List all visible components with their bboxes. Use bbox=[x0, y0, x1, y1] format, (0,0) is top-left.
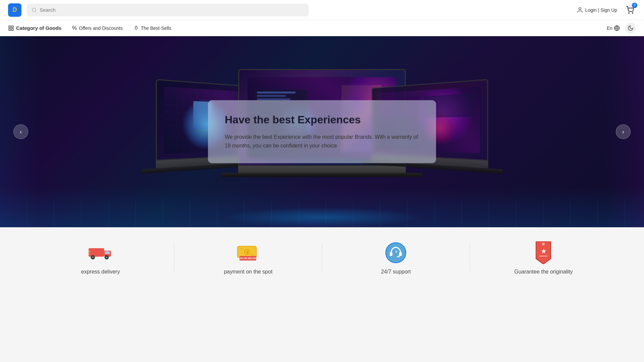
tag-icon: ★ bbox=[535, 241, 552, 264]
floor-lines bbox=[0, 200, 644, 227]
search-input[interactable] bbox=[40, 7, 304, 13]
chevron-left-icon: ‹ bbox=[20, 128, 22, 135]
cart-button[interactable]: 0 bbox=[624, 4, 636, 16]
globe-icon bbox=[614, 25, 620, 31]
svg-rect-32 bbox=[390, 252, 392, 256]
header: D Login | Sign Up 0 bbox=[0, 0, 644, 20]
feature-guarantee: ★ Guarantee the originality bbox=[470, 241, 617, 275]
feature-payment: $ CASH ON DELIVERY payment on the spot bbox=[174, 241, 322, 275]
fire-icon bbox=[133, 25, 139, 31]
user-icon bbox=[577, 7, 583, 13]
svg-point-2 bbox=[579, 7, 581, 10]
features-section: express delivery $ CASH ON DELIVERY paym… bbox=[0, 227, 644, 288]
grid-icon bbox=[8, 25, 14, 31]
guarantee-label: Guarantee the originality bbox=[514, 269, 573, 275]
hero-title: Have the best Experiences bbox=[225, 114, 419, 126]
percent-icon: % bbox=[72, 25, 77, 31]
svg-line-1 bbox=[35, 11, 36, 12]
login-button[interactable]: Login | Sign Up bbox=[577, 7, 617, 13]
hero-section: Have the best Experiences We provide the… bbox=[0, 36, 644, 227]
navbar-right: En bbox=[607, 23, 636, 34]
truck-icon bbox=[89, 245, 113, 261]
svg-point-35 bbox=[542, 243, 545, 245]
svg-rect-13 bbox=[105, 251, 109, 254]
login-label: Login | Sign Up bbox=[585, 7, 617, 13]
svg-rect-8 bbox=[12, 28, 13, 30]
delivery-label: express delivery bbox=[81, 269, 120, 275]
svg-point-15 bbox=[92, 256, 94, 258]
svg-rect-11 bbox=[89, 248, 104, 257]
lang-label: En bbox=[607, 25, 612, 31]
bestsells-label: The Best-Sells bbox=[141, 25, 171, 31]
hero-image: Have the best Experiences We provide the… bbox=[0, 36, 644, 227]
navbar: Category of Goods % Offers and Discounts… bbox=[0, 20, 644, 36]
svg-point-3 bbox=[629, 13, 629, 13]
moon-icon bbox=[628, 25, 634, 31]
laptop-bottom-center bbox=[221, 173, 423, 177]
payment-icon-container: $ CASH ON DELIVERY bbox=[236, 241, 260, 265]
delivery-icon-container bbox=[89, 241, 113, 265]
svg-text:$: $ bbox=[246, 250, 248, 254]
svg-text:?: ? bbox=[395, 250, 397, 254]
hero-overlay: Have the best Experiences We provide the… bbox=[208, 100, 436, 163]
headset-icon: ? bbox=[384, 241, 407, 264]
svg-point-0 bbox=[32, 8, 36, 12]
logo[interactable]: D bbox=[8, 3, 21, 17]
support-icon-container: ? bbox=[384, 241, 408, 265]
nav-offers[interactable]: % Offers and Discounts bbox=[72, 25, 123, 31]
support-label: 24/7 support bbox=[381, 269, 411, 275]
feature-support: ? 24/7 support bbox=[322, 241, 470, 275]
slider-prev-button[interactable]: ‹ bbox=[13, 124, 28, 139]
search-bar bbox=[27, 4, 309, 16]
offers-label: Offers and Discounts bbox=[79, 25, 122, 31]
svg-rect-6 bbox=[12, 26, 13, 27]
chevron-right-icon: › bbox=[622, 128, 624, 135]
svg-text:CASH ON DELIVERY: CASH ON DELIVERY bbox=[237, 257, 259, 259]
header-right: Login | Sign Up 0 bbox=[577, 4, 636, 16]
svg-point-17 bbox=[106, 256, 107, 258]
svg-rect-7 bbox=[9, 28, 10, 30]
cash-icon: $ CASH ON DELIVERY bbox=[237, 243, 260, 262]
svg-rect-5 bbox=[9, 26, 10, 27]
nav-category[interactable]: Category of Goods bbox=[8, 25, 61, 31]
slider-next-button[interactable]: › bbox=[616, 124, 631, 139]
svg-text:★: ★ bbox=[541, 247, 547, 255]
hero-description: We provide the best Experience with the … bbox=[225, 133, 419, 150]
dark-mode-button[interactable] bbox=[625, 23, 636, 34]
nav-bestsells[interactable]: The Best-Sells bbox=[133, 25, 171, 31]
guarantee-icon-container: ★ bbox=[531, 241, 555, 265]
cart-badge: 0 bbox=[632, 3, 637, 8]
feature-delivery: express delivery bbox=[27, 241, 174, 275]
search-icon bbox=[32, 7, 37, 13]
language-button[interactable]: En bbox=[607, 25, 620, 31]
category-label: Category of Goods bbox=[16, 25, 61, 31]
svg-point-4 bbox=[632, 13, 633, 13]
payment-label: payment on the spot bbox=[224, 269, 272, 275]
